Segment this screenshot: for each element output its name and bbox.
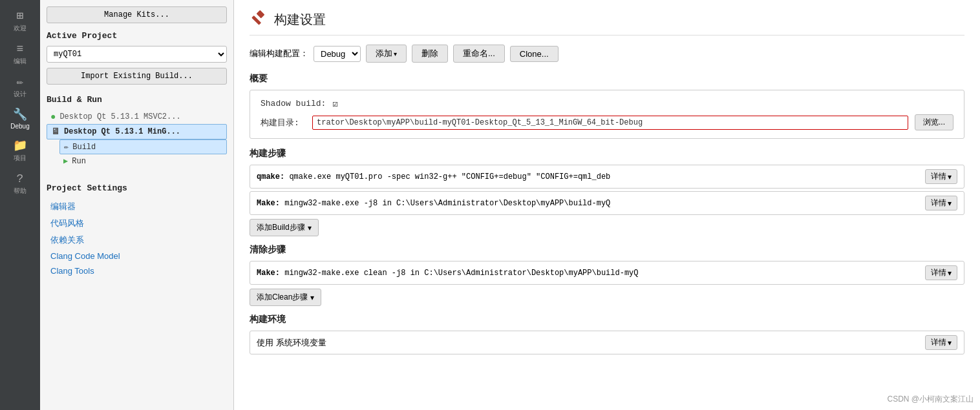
sidebar-item-debug[interactable]: 🔧 Debug <box>0 104 40 135</box>
step-qmake-row: qmake: qmake.exe myQT01.pro -spec win32-… <box>250 165 964 189</box>
browse-button[interactable]: 浏览... <box>915 114 953 130</box>
watermark: CSDN @小柯南文案江山 <box>887 394 974 405</box>
project-select-container: myQT01 <box>47 46 227 63</box>
welcome-label: 欢迎 <box>14 24 27 33</box>
overview-heading: 概要 <box>250 73 964 85</box>
config-label: 编辑构建配置： <box>250 48 308 59</box>
overview-box: Shadow build: ☑ 构建目录: 浏览... <box>250 90 964 139</box>
build-run-title: Build & Run <box>47 95 227 105</box>
add-clean-step-button[interactable]: 添加Clean步骤 ▾ <box>250 289 321 306</box>
build-steps-heading: 构建步骤 <box>250 148 964 159</box>
env-detail-arrow: ▾ <box>948 338 952 347</box>
dir-row: 构建目录: 浏览... <box>261 114 953 130</box>
rename-config-button[interactable]: 重命名... <box>453 45 505 63</box>
dir-label: 构建目录: <box>261 117 306 128</box>
kit-msvc-label: Desktop Qt 5.13.1 MSVC2... <box>59 112 180 121</box>
qmake-bold: qmake: <box>257 172 284 181</box>
env-text: 使用 系统环境变量 <box>257 337 920 349</box>
make-detail-button[interactable]: 详情 ▾ <box>925 196 957 210</box>
build-run-section: Build & Run ● Desktop Qt 5.13.1 MSVC2...… <box>47 95 227 168</box>
settings-link-deps[interactable]: 依赖关系 <box>47 232 227 249</box>
dir-input[interactable] <box>312 116 908 130</box>
settings-link-codestyle[interactable]: 代码风格 <box>47 215 227 232</box>
step-make-text: Make: mingw32-make.exe -j8 in C:\Users\A… <box>257 199 920 208</box>
pencil-icon: ✏ <box>64 142 69 152</box>
help-icon: ? <box>17 173 24 185</box>
sub-item-build[interactable]: ✏ Build <box>59 139 227 154</box>
sidebar-item-help[interactable]: ? 帮助 <box>0 168 40 201</box>
import-existing-build-button[interactable]: Import Existing Build... <box>47 68 227 85</box>
sidebar-item-project[interactable]: 📁 项目 <box>0 135 40 168</box>
clean-detail-button[interactable]: 详情 ▾ <box>925 265 957 280</box>
make-bold: Make: <box>257 199 280 208</box>
add-clean-step-label: 添加Clean步骤 <box>257 292 308 303</box>
kit-children: ✏ Build ▶ Run <box>59 139 227 168</box>
step-make-row: Make: mingw32-make.exe -j8 in C:\Users\A… <box>250 191 964 215</box>
build-env-heading: 构建环境 <box>250 314 964 325</box>
design-label: 设计 <box>14 90 27 99</box>
add-config-button[interactable]: 添加 ▾ <box>366 45 407 63</box>
active-project-title: Active Project <box>47 31 227 41</box>
project-settings-title: Project Settings <box>47 183 227 193</box>
delete-config-button[interactable]: 删除 <box>412 45 448 63</box>
green-dot-icon: ● <box>50 112 56 122</box>
monitor-icon: 🖥 <box>51 127 60 137</box>
clean-bold: Make: <box>257 269 280 278</box>
make-detail-arrow: ▾ <box>948 199 952 208</box>
qmake-rest: qmake.exe myQT01.pro -spec win32-g++ "CO… <box>284 172 610 181</box>
hammer-icon <box>250 10 268 28</box>
help-label: 帮助 <box>14 187 27 196</box>
project-select[interactable]: myQT01 <box>47 46 227 63</box>
dropdown-arrow-icon: ▾ <box>394 50 397 57</box>
clean-detail-label: 详情 <box>931 267 946 278</box>
env-detail-button[interactable]: 详情 ▾ <box>925 335 957 350</box>
edit-label: 编辑 <box>14 57 27 66</box>
sidebar-item-edit[interactable]: ≡ 编辑 <box>0 38 40 71</box>
shadow-build-label: Shadow build: <box>261 99 326 108</box>
env-row: 使用 系统环境变量 详情 ▾ <box>250 331 964 354</box>
manage-kits-button[interactable]: Manage Kits... <box>47 6 227 23</box>
qmake-detail-arrow: ▾ <box>948 172 952 181</box>
clean-rest: mingw32-make.exe clean -j8 in C:\Users\A… <box>280 269 639 278</box>
run-label: Run <box>72 157 86 166</box>
clone-config-button[interactable]: Clone... <box>510 46 559 62</box>
sub-item-run[interactable]: ▶ Run <box>59 154 227 168</box>
checkbox-icon[interactable]: ☑ <box>332 98 337 109</box>
design-icon: ✏ <box>17 76 24 88</box>
edit-icon: ≡ <box>17 43 24 55</box>
shadow-build-row: Shadow build: ☑ <box>261 98 953 109</box>
add-config-label: 添加 <box>376 48 392 59</box>
step-clean-row: Make: mingw32-make.exe clean -j8 in C:\U… <box>250 261 964 285</box>
clean-steps-heading: 清除步骤 <box>250 244 964 256</box>
settings-link-clangtools[interactable]: Clang Tools <box>47 263 227 278</box>
settings-link-editor[interactable]: 编辑器 <box>47 198 227 215</box>
project-label: 项目 <box>14 154 27 163</box>
add-build-step-button[interactable]: 添加Build步骤 ▾ <box>250 219 319 236</box>
project-icon: 📁 <box>13 140 27 152</box>
debug-icon: 🔧 <box>13 109 27 121</box>
config-row: 编辑构建配置： Debug 添加 ▾ 删除 重命名... Clone... <box>250 45 964 63</box>
config-select[interactable]: Debug <box>314 46 361 62</box>
kit-msvc[interactable]: ● Desktop Qt 5.13.1 MSVC2... <box>47 110 227 124</box>
build-label: Build <box>72 143 96 152</box>
add-build-step-label: 添加Build步骤 <box>257 222 305 233</box>
make-detail-label: 详情 <box>931 198 946 209</box>
env-detail-label: 详情 <box>931 337 946 348</box>
settings-link-clangmodel[interactable]: Clang Code Model <box>47 249 227 263</box>
page-header: 构建设置 <box>250 10 964 36</box>
sidebar-item-design[interactable]: ✏ 设计 <box>0 71 40 104</box>
kit-ming[interactable]: 🖥 Desktop Qt 5.13.1 MinG... <box>47 124 227 139</box>
sidebar-item-welcome[interactable]: ⊞ 欢迎 <box>0 5 40 38</box>
add-clean-arrow-icon: ▾ <box>310 293 314 302</box>
page-title: 构建设置 <box>274 11 326 28</box>
qmake-detail-label: 详情 <box>931 171 946 182</box>
clean-detail-arrow: ▾ <box>948 269 952 278</box>
qmake-detail-button[interactable]: 详情 ▾ <box>925 169 957 184</box>
step-qmake-text: qmake: qmake.exe myQT01.pro -spec win32-… <box>257 172 920 181</box>
sidebar: Manage Kits... Active Project myQT01 Imp… <box>40 0 234 410</box>
project-settings-section: Project Settings 编辑器 代码风格 依赖关系 Clang Cod… <box>47 183 227 278</box>
svg-rect-0 <box>257 10 265 18</box>
kit-ming-label: Desktop Qt 5.13.1 MinG... <box>64 127 180 136</box>
step-clean-text: Make: mingw32-make.exe clean -j8 in C:\U… <box>257 269 920 278</box>
grid-icon: ⊞ <box>17 10 24 22</box>
